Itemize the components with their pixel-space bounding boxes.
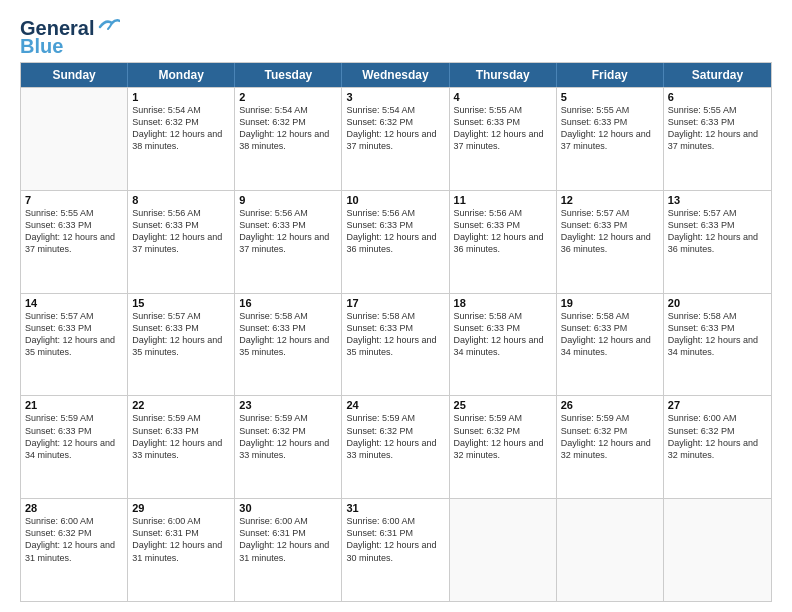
cell-info: Sunrise: 5:57 AM Sunset: 6:33 PM Dayligh… (25, 310, 123, 359)
day-number: 8 (132, 194, 230, 206)
calendar-cell: 9Sunrise: 5:56 AM Sunset: 6:33 PM Daylig… (235, 191, 342, 293)
calendar-cell (557, 499, 664, 601)
calendar-cell: 15Sunrise: 5:57 AM Sunset: 6:33 PM Dayli… (128, 294, 235, 396)
calendar-cell: 25Sunrise: 5:59 AM Sunset: 6:32 PM Dayli… (450, 396, 557, 498)
page: General Blue SundayMondayTuesdayWednesda… (0, 0, 792, 612)
header: General Blue (20, 18, 772, 56)
cell-info: Sunrise: 6:00 AM Sunset: 6:31 PM Dayligh… (346, 515, 444, 564)
calendar-cell: 22Sunrise: 5:59 AM Sunset: 6:33 PM Dayli… (128, 396, 235, 498)
cell-info: Sunrise: 5:59 AM Sunset: 6:32 PM Dayligh… (346, 412, 444, 461)
calendar-cell: 11Sunrise: 5:56 AM Sunset: 6:33 PM Dayli… (450, 191, 557, 293)
day-number: 30 (239, 502, 337, 514)
day-number: 17 (346, 297, 444, 309)
calendar-body: 1Sunrise: 5:54 AM Sunset: 6:32 PM Daylig… (21, 87, 771, 601)
cell-info: Sunrise: 5:58 AM Sunset: 6:33 PM Dayligh… (346, 310, 444, 359)
cell-info: Sunrise: 5:56 AM Sunset: 6:33 PM Dayligh… (132, 207, 230, 256)
header-day-monday: Monday (128, 63, 235, 87)
calendar-cell: 24Sunrise: 5:59 AM Sunset: 6:32 PM Dayli… (342, 396, 449, 498)
cell-info: Sunrise: 5:55 AM Sunset: 6:33 PM Dayligh… (668, 104, 767, 153)
cell-info: Sunrise: 5:59 AM Sunset: 6:33 PM Dayligh… (25, 412, 123, 461)
day-number: 31 (346, 502, 444, 514)
calendar-cell: 16Sunrise: 5:58 AM Sunset: 6:33 PM Dayli… (235, 294, 342, 396)
day-number: 11 (454, 194, 552, 206)
calendar-cell: 4Sunrise: 5:55 AM Sunset: 6:33 PM Daylig… (450, 88, 557, 190)
calendar-row-2: 7Sunrise: 5:55 AM Sunset: 6:33 PM Daylig… (21, 190, 771, 293)
day-number: 13 (668, 194, 767, 206)
day-number: 27 (668, 399, 767, 411)
day-number: 20 (668, 297, 767, 309)
day-number: 23 (239, 399, 337, 411)
header-day-sunday: Sunday (21, 63, 128, 87)
calendar-cell (450, 499, 557, 601)
header-day-wednesday: Wednesday (342, 63, 449, 87)
day-number: 12 (561, 194, 659, 206)
cell-info: Sunrise: 5:59 AM Sunset: 6:32 PM Dayligh… (561, 412, 659, 461)
header-day-saturday: Saturday (664, 63, 771, 87)
day-number: 25 (454, 399, 552, 411)
calendar-cell: 8Sunrise: 5:56 AM Sunset: 6:33 PM Daylig… (128, 191, 235, 293)
logo: General Blue (20, 18, 120, 56)
cell-info: Sunrise: 5:58 AM Sunset: 6:33 PM Dayligh… (454, 310, 552, 359)
day-number: 6 (668, 91, 767, 103)
calendar-cell: 2Sunrise: 5:54 AM Sunset: 6:32 PM Daylig… (235, 88, 342, 190)
cell-info: Sunrise: 6:00 AM Sunset: 6:31 PM Dayligh… (239, 515, 337, 564)
day-number: 26 (561, 399, 659, 411)
cell-info: Sunrise: 5:56 AM Sunset: 6:33 PM Dayligh… (346, 207, 444, 256)
cell-info: Sunrise: 5:54 AM Sunset: 6:32 PM Dayligh… (132, 104, 230, 153)
logo-blue-text: Blue (20, 36, 63, 56)
day-number: 9 (239, 194, 337, 206)
header-day-tuesday: Tuesday (235, 63, 342, 87)
calendar-row-1: 1Sunrise: 5:54 AM Sunset: 6:32 PM Daylig… (21, 87, 771, 190)
calendar-cell: 21Sunrise: 5:59 AM Sunset: 6:33 PM Dayli… (21, 396, 128, 498)
day-number: 28 (25, 502, 123, 514)
cell-info: Sunrise: 5:58 AM Sunset: 6:33 PM Dayligh… (668, 310, 767, 359)
cell-info: Sunrise: 5:54 AM Sunset: 6:32 PM Dayligh… (239, 104, 337, 153)
cell-info: Sunrise: 5:59 AM Sunset: 6:32 PM Dayligh… (239, 412, 337, 461)
day-number: 16 (239, 297, 337, 309)
calendar-cell: 20Sunrise: 5:58 AM Sunset: 6:33 PM Dayli… (664, 294, 771, 396)
cell-info: Sunrise: 5:58 AM Sunset: 6:33 PM Dayligh… (561, 310, 659, 359)
day-number: 29 (132, 502, 230, 514)
calendar-cell: 5Sunrise: 5:55 AM Sunset: 6:33 PM Daylig… (557, 88, 664, 190)
cell-info: Sunrise: 5:59 AM Sunset: 6:33 PM Dayligh… (132, 412, 230, 461)
day-number: 7 (25, 194, 123, 206)
calendar-cell: 28Sunrise: 6:00 AM Sunset: 6:32 PM Dayli… (21, 499, 128, 601)
calendar-cell: 17Sunrise: 5:58 AM Sunset: 6:33 PM Dayli… (342, 294, 449, 396)
day-number: 1 (132, 91, 230, 103)
cell-info: Sunrise: 5:59 AM Sunset: 6:32 PM Dayligh… (454, 412, 552, 461)
calendar-cell (664, 499, 771, 601)
calendar-cell: 29Sunrise: 6:00 AM Sunset: 6:31 PM Dayli… (128, 499, 235, 601)
cell-info: Sunrise: 6:00 AM Sunset: 6:32 PM Dayligh… (25, 515, 123, 564)
cell-info: Sunrise: 5:57 AM Sunset: 6:33 PM Dayligh… (668, 207, 767, 256)
calendar-cell: 6Sunrise: 5:55 AM Sunset: 6:33 PM Daylig… (664, 88, 771, 190)
cell-info: Sunrise: 5:54 AM Sunset: 6:32 PM Dayligh… (346, 104, 444, 153)
calendar-row-3: 14Sunrise: 5:57 AM Sunset: 6:33 PM Dayli… (21, 293, 771, 396)
calendar-row-4: 21Sunrise: 5:59 AM Sunset: 6:33 PM Dayli… (21, 395, 771, 498)
day-number: 10 (346, 194, 444, 206)
day-number: 21 (25, 399, 123, 411)
cell-info: Sunrise: 5:55 AM Sunset: 6:33 PM Dayligh… (561, 104, 659, 153)
header-day-thursday: Thursday (450, 63, 557, 87)
cell-info: Sunrise: 5:56 AM Sunset: 6:33 PM Dayligh… (239, 207, 337, 256)
calendar: SundayMondayTuesdayWednesdayThursdayFrid… (20, 62, 772, 602)
calendar-cell: 23Sunrise: 5:59 AM Sunset: 6:32 PM Dayli… (235, 396, 342, 498)
calendar-cell: 12Sunrise: 5:57 AM Sunset: 6:33 PM Dayli… (557, 191, 664, 293)
calendar-cell: 3Sunrise: 5:54 AM Sunset: 6:32 PM Daylig… (342, 88, 449, 190)
calendar-cell: 13Sunrise: 5:57 AM Sunset: 6:33 PM Dayli… (664, 191, 771, 293)
calendar-cell (21, 88, 128, 190)
day-number: 22 (132, 399, 230, 411)
day-number: 2 (239, 91, 337, 103)
day-number: 3 (346, 91, 444, 103)
calendar-cell: 10Sunrise: 5:56 AM Sunset: 6:33 PM Dayli… (342, 191, 449, 293)
day-number: 19 (561, 297, 659, 309)
cell-info: Sunrise: 5:57 AM Sunset: 6:33 PM Dayligh… (561, 207, 659, 256)
calendar-cell: 14Sunrise: 5:57 AM Sunset: 6:33 PM Dayli… (21, 294, 128, 396)
cell-info: Sunrise: 5:57 AM Sunset: 6:33 PM Dayligh… (132, 310, 230, 359)
calendar-cell: 19Sunrise: 5:58 AM Sunset: 6:33 PM Dayli… (557, 294, 664, 396)
cell-info: Sunrise: 6:00 AM Sunset: 6:31 PM Dayligh… (132, 515, 230, 564)
day-number: 15 (132, 297, 230, 309)
calendar-cell: 30Sunrise: 6:00 AM Sunset: 6:31 PM Dayli… (235, 499, 342, 601)
cell-info: Sunrise: 5:58 AM Sunset: 6:33 PM Dayligh… (239, 310, 337, 359)
day-number: 14 (25, 297, 123, 309)
cell-info: Sunrise: 5:55 AM Sunset: 6:33 PM Dayligh… (454, 104, 552, 153)
